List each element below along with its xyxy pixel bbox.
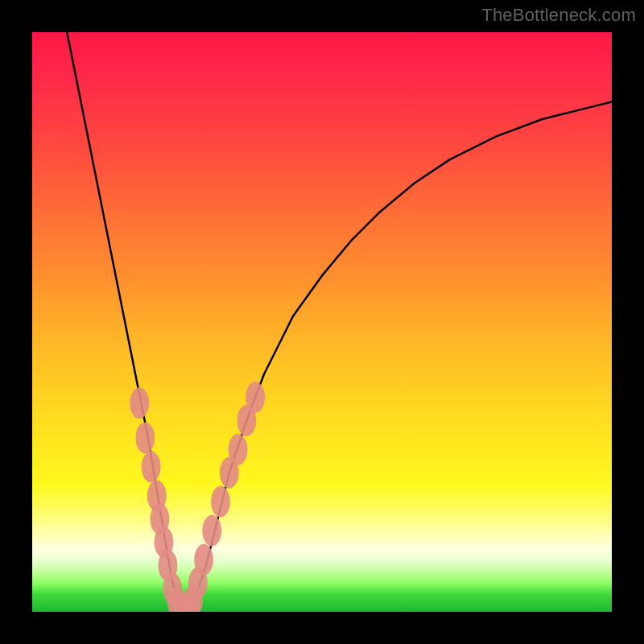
svg-point-15 bbox=[211, 486, 230, 518]
svg-point-16 bbox=[220, 457, 239, 489]
bottleneck-curve bbox=[32, 32, 612, 612]
svg-point-17 bbox=[229, 434, 248, 465]
watermark-text: TheBottleneck.com bbox=[481, 5, 636, 26]
svg-point-13 bbox=[194, 544, 213, 576]
plot-area bbox=[32, 32, 612, 612]
svg-point-2 bbox=[142, 452, 161, 483]
frame: TheBottleneck.com bbox=[0, 0, 644, 644]
svg-point-7 bbox=[163, 573, 182, 605]
svg-point-5 bbox=[155, 526, 174, 558]
svg-point-18 bbox=[237, 405, 257, 436]
svg-point-10 bbox=[180, 593, 199, 612]
svg-point-3 bbox=[147, 481, 167, 512]
svg-point-11 bbox=[184, 584, 203, 612]
svg-point-4 bbox=[151, 503, 170, 535]
svg-point-1 bbox=[136, 423, 155, 454]
svg-point-12 bbox=[188, 568, 208, 599]
svg-point-6 bbox=[159, 550, 178, 581]
svg-point-0 bbox=[130, 387, 149, 419]
svg-point-19 bbox=[246, 382, 265, 413]
svg-point-8 bbox=[167, 588, 187, 612]
svg-point-14 bbox=[202, 515, 221, 547]
svg-point-9 bbox=[173, 593, 192, 612]
